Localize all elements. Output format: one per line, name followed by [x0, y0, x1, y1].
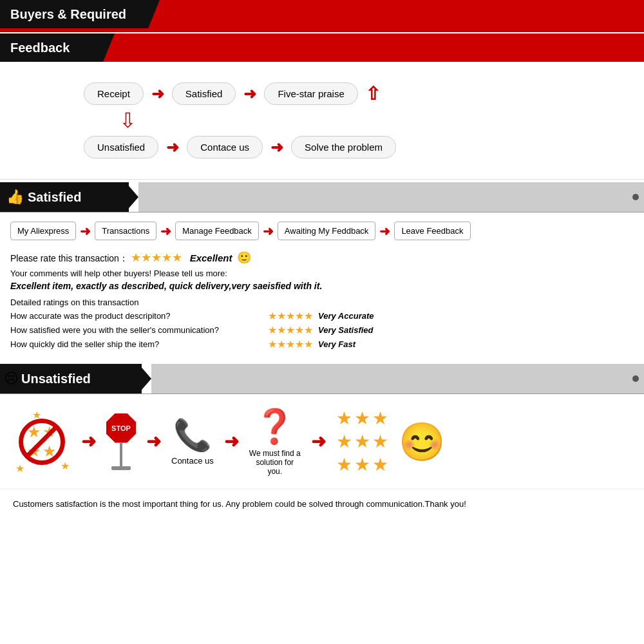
feedback-title: Feedback [10, 41, 70, 55]
rating-stars-1: ★★★★★ [268, 310, 313, 322]
arrow-right-4: ➜ [270, 138, 283, 156]
rating-label-1: How accurate was the product descripiton… [10, 311, 268, 321]
bottom-arrow-4: ➜ [311, 431, 326, 452]
footer-text: Customers satisfaction is the most impor… [0, 489, 644, 524]
rating-row-2: How satisfied were you with the seller's… [10, 324, 634, 336]
rating-value-1: Very Accurate [318, 311, 374, 321]
rating-value-3: Very Fast [318, 339, 355, 349]
arrow-right-3: ➜ [166, 138, 179, 156]
contact-us-item: 📞 Contace us [171, 417, 214, 466]
rating-stars-3: ★★★★★ [268, 338, 313, 350]
step-arrow-2: ➜ [160, 223, 171, 239]
excellent-label: Excellent [190, 252, 232, 263]
satisfied-content: My Aliexpress ➜ Transactions ➜ Manage Fe… [0, 213, 644, 361]
comment-prompt: Your comments will help other buyers! Pl… [10, 269, 634, 278]
flow-five-star: Five-star praise [264, 82, 357, 105]
buyers-required-title: Buyers & Required [10, 7, 126, 22]
arrow-right-2: ➜ [243, 85, 256, 103]
rating-label-3: How quickly did the seller ship the item… [10, 339, 268, 349]
bottom-arrow-1: ➜ [81, 431, 96, 452]
solution-item: ❓ We must find a solution for you. [249, 407, 301, 476]
rate-label: Please rate this transaction： [10, 253, 128, 263]
flow-satisfied: Satisfied [172, 82, 236, 105]
satisfied-header: Satisfied [28, 190, 81, 205]
bold-comment: Excellent item, exactly as described, qu… [10, 281, 634, 291]
rate-stars: ★★★★★ [131, 251, 182, 264]
rate-line: Please rate this transaction： ★★★★★ Exce… [10, 251, 634, 265]
rating-row-1: How accurate was the product descripiton… [10, 310, 634, 322]
smiley-icon: 🙂 [237, 251, 251, 264]
rating-stars-2: ★★★★★ [268, 324, 313, 336]
step-transactions: Transactions [95, 222, 156, 240]
smiley-result: 😊 [399, 420, 445, 464]
step-my-aliexpress: My Aliexpress [10, 222, 76, 240]
arrow-right-1: ➜ [151, 85, 164, 103]
flow-receipt: Receipt [84, 82, 144, 105]
banned-stars-icon: ★★ ★★ ★ ★ ★ [13, 413, 71, 471]
step-manage-feedback: Manage Feedback [175, 222, 259, 240]
bottom-flow: ★★ ★★ ★ ★ ★ ➜ STOP ➜ 📞 Contace us ➜ ❓ We… [0, 394, 644, 489]
step-arrow-4: ➜ [379, 223, 390, 239]
rating-value-2: Very Satisfied [318, 325, 374, 335]
step-arrow-1: ➜ [80, 223, 91, 239]
step-leave-feedback: Leave Feedback [394, 222, 470, 240]
step-awaiting-feedback: Awaiting My Feddback [278, 222, 376, 240]
stars-grid-item: ★★★ ★★★ ★★★ [336, 408, 388, 475]
steps-row: My Aliexpress ➜ Transactions ➜ Manage Fe… [10, 222, 634, 240]
flow-contact-us: Contace us [187, 136, 263, 158]
bottom-arrow-2: ➜ [146, 431, 161, 452]
stop-sign-item: STOP [106, 413, 136, 470]
detailed-header: Detailed ratings on this transaction [10, 298, 634, 307]
step-arrow-3: ➜ [263, 223, 274, 239]
bottom-arrow-3: ➜ [224, 431, 239, 452]
flow-solve-problem: Solve the problem [291, 136, 396, 158]
rating-row-3: How quickly did the seller ship the item… [10, 338, 634, 350]
unsatisfied-header: Unsatisfied [21, 372, 91, 386]
rating-label-2: How satisfied were you with the seller's… [10, 325, 268, 335]
flow-unsatisfied: Unsatisfied [84, 136, 158, 158]
flow-diagram: Receipt ➜ Satisfied ➜ Five-star praise ⇧… [0, 62, 644, 180]
